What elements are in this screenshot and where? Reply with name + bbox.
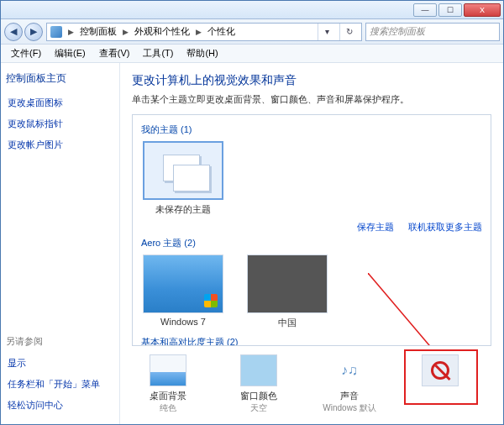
sidebar-link-taskbar[interactable]: 任务栏和「开始」菜单: [6, 374, 114, 395]
themes-pane: 我的主题 (1) 未保存的主题 保存主题 联机获取更多主题 Aero 主题 (2…: [132, 114, 491, 346]
sidebar-header[interactable]: 控制面板主页: [6, 71, 114, 86]
theme-thumb: [143, 141, 223, 200]
nav-buttons: ◀ ▶: [4, 23, 43, 41]
menu-edit[interactable]: 编辑(E): [48, 47, 92, 60]
breadcrumb-leaf[interactable]: 个性化: [207, 25, 235, 38]
sidebar-link-display[interactable]: 显示: [6, 353, 114, 374]
section-my-themes: 我的主题 (1): [141, 123, 482, 136]
window: — ☐ X ◀ ▶ ▶ 控制面板 ▶ 外观和个性化 ▶ 个性化 ▾ ↻ 搜索控制…: [0, 0, 504, 425]
page-desc: 单击某个主题立即更改桌面背景、窗口颜色、声音和屏幕保护程序。: [132, 93, 491, 106]
theme-label: Windows 7: [141, 317, 225, 327]
menu-bar: 文件(F) 编辑(E) 查看(V) 工具(T) 帮助(H): [1, 45, 503, 63]
menu-help[interactable]: 帮助(H): [180, 47, 224, 60]
sidebar-link-ease-of-access[interactable]: 轻松访问中心: [6, 395, 114, 416]
theme-thumb: [247, 254, 328, 313]
section-high-contrast: 基本和高对比度主题 (2): [141, 336, 482, 346]
sidebar-link-desktop-icons[interactable]: 更改桌面图标: [6, 92, 114, 113]
more-themes-link[interactable]: 联机获取更多主题: [408, 222, 482, 232]
theme-label: 未保存的主题: [141, 203, 225, 216]
sidebar-link-account-picture[interactable]: 更改帐户图片: [6, 134, 114, 155]
sound-icon: ♪♫: [331, 354, 368, 386]
theme-unsaved[interactable]: 未保存的主题: [141, 141, 225, 216]
save-theme-link[interactable]: 保存主题: [357, 222, 394, 232]
breadcrumb-root[interactable]: 控制面板: [80, 25, 117, 38]
forward-button[interactable]: ▶: [24, 23, 43, 41]
tool-sublabel: 天空: [226, 402, 291, 414]
chevron-right-icon: ▶: [120, 28, 131, 36]
theme-windows7[interactable]: Windows 7: [141, 254, 225, 329]
screensaver-icon: [422, 354, 459, 386]
section-aero: Aero 主题 (2): [141, 237, 482, 249]
menu-tools[interactable]: 工具(T): [136, 47, 180, 60]
refresh-icon[interactable]: ↻: [339, 24, 358, 40]
maximize-button[interactable]: ☐: [438, 3, 462, 17]
tool-screensaver[interactable]: [407, 354, 473, 414]
menu-file[interactable]: 文件(F): [4, 47, 48, 60]
tool-window-color[interactable]: 窗口颜色 天空: [226, 354, 291, 414]
control-panel-icon: [50, 26, 62, 38]
search-input[interactable]: 搜索控制面板: [365, 23, 500, 41]
titlebar: — ☐ X: [1, 1, 503, 19]
address-bar: ◀ ▶ ▶ 控制面板 ▶ 外观和个性化 ▶ 个性化 ▾ ↻ 搜索控制面板: [1, 19, 503, 45]
close-button[interactable]: X: [464, 3, 501, 17]
theme-china[interactable]: 中国: [245, 254, 329, 329]
tool-label: 声音: [317, 390, 382, 402]
theme-links: 保存主题 联机获取更多主题: [141, 221, 482, 233]
back-button[interactable]: ◀: [4, 23, 23, 41]
body: 控制面板主页 更改桌面图标 更改鼠标指针 更改帐户图片 另请参阅 显示 任务栏和…: [1, 63, 503, 424]
menu-view[interactable]: 查看(V): [92, 47, 137, 60]
search-placeholder: 搜索控制面板: [370, 25, 425, 38]
breadcrumb-mid[interactable]: 外观和个性化: [134, 25, 190, 38]
tool-label: 桌面背景: [135, 390, 201, 402]
breadcrumb[interactable]: ▶ 控制面板 ▶ 外观和个性化 ▶ 个性化 ▾ ↻: [46, 23, 362, 41]
sidebar-link-mouse-pointers[interactable]: 更改鼠标指针: [6, 113, 114, 134]
minimize-button[interactable]: —: [413, 3, 437, 17]
window-color-icon: [240, 354, 277, 386]
page-title: 更改计算机上的视觉效果和声音: [132, 73, 491, 88]
tool-sublabel: Windows 默认: [317, 402, 382, 414]
tool-sublabel: 纯色: [135, 402, 201, 414]
sidebar-seealso-label: 另请参阅: [6, 335, 114, 348]
chevron-right-icon: ▶: [66, 28, 76, 36]
tool-label: 窗口颜色: [226, 390, 291, 402]
bottom-tools: 桌面背景 纯色 窗口颜色 天空 ♪♫ 声音 Windows 默认: [132, 346, 491, 417]
theme-label: 中国: [245, 317, 329, 329]
tool-desktop-background[interactable]: 桌面背景 纯色: [135, 354, 201, 414]
dropdown-icon[interactable]: ▾: [318, 24, 336, 40]
tool-sound[interactable]: ♪♫ 声音 Windows 默认: [317, 354, 382, 414]
sidebar: 控制面板主页 更改桌面图标 更改鼠标指针 更改帐户图片 另请参阅 显示 任务栏和…: [1, 63, 120, 424]
theme-thumb: [143, 254, 223, 313]
desktop-background-icon: [150, 354, 186, 386]
main: 更改计算机上的视觉效果和声音 单击某个主题立即更改桌面背景、窗口颜色、声音和屏幕…: [120, 63, 503, 424]
chevron-right-icon: ▶: [193, 28, 204, 36]
